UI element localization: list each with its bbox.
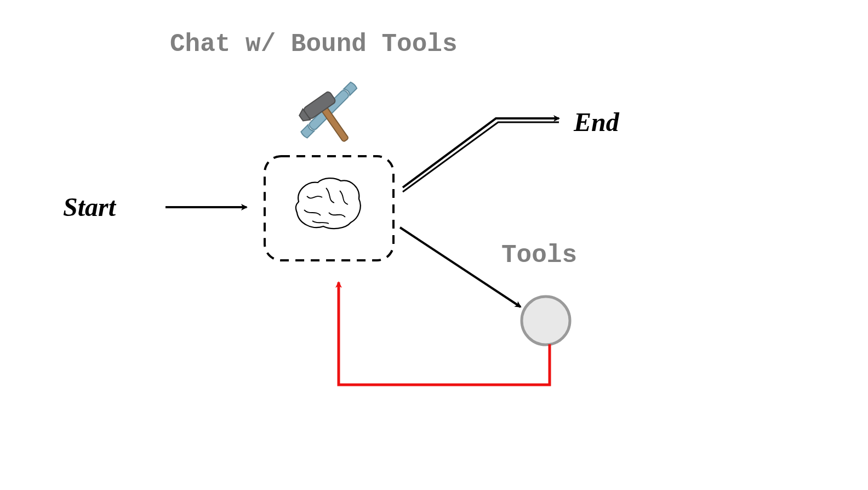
- edge-agent-to-end: [403, 118, 559, 192]
- brain-icon: [296, 178, 361, 229]
- edge-agent-to-tools: [400, 227, 521, 307]
- diagram-canvas: [0, 0, 868, 490]
- svg-rect-1: [321, 106, 349, 142]
- tools-node-circle: [522, 297, 570, 345]
- edge-tools-to-agent: [339, 282, 550, 385]
- hammer-wrench-icon: [298, 82, 358, 154]
